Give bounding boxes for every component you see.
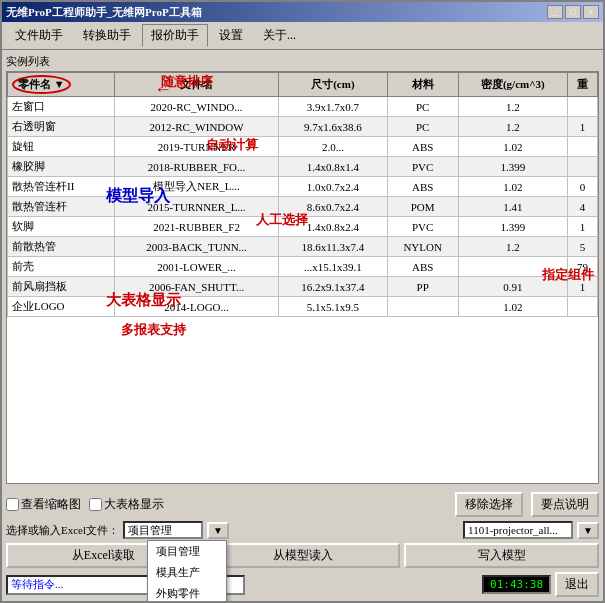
table-row[interactable]: 前壳2001-LOWER_......x15.1x39.1ABS79 [8, 257, 598, 277]
table-cell: PC [387, 97, 458, 117]
table-cell: 1.399 [458, 157, 567, 177]
table-cell: 右透明窗 [8, 117, 115, 137]
table-cell: 16.2x9.1x37.4 [279, 277, 387, 297]
menu-file-assistant[interactable]: 文件助手 [6, 24, 72, 47]
table-cell: ABS [387, 177, 458, 197]
table-cell: POM [387, 197, 458, 217]
large-table-checkbox[interactable] [89, 498, 102, 511]
table-cell: 前风扇挡板 [8, 277, 115, 297]
table-cell [567, 297, 597, 317]
table-row[interactable]: 散热管连杆2015-TURNNER_L...8.6x0.7x2.4POM1.41… [8, 197, 598, 217]
exit-button[interactable]: 退出 [555, 572, 599, 597]
table-cell: 2015-TURNNER_L... [114, 197, 278, 217]
table-row[interactable]: 左窗口2020-RC_WINDO...3.9x1.7x0.7PC1.2 [8, 97, 598, 117]
table-cell: 2021-RUBBER_F2 [114, 217, 278, 237]
menu-settings[interactable]: 设置 [210, 24, 252, 47]
table-row[interactable]: 旋钮2019-TURNNER2.0...ABS1.02 [8, 137, 598, 157]
table-cell: 1.2 [458, 237, 567, 257]
menu-about[interactable]: 关于... [254, 24, 305, 47]
excel-dropdown-container: ▼ 项目管理 模具生产 外购零件 [207, 522, 229, 539]
table-cell: 企业LOGO [8, 297, 115, 317]
window-title: 无维ProP工程师助手_无维网ProP工具箱 [6, 5, 202, 20]
table-row[interactable]: 软脚2021-RUBBER_F21.4x0.8x2.4PVC1.3991 [8, 217, 598, 237]
table-cell: 2003-BACK_TUNN... [114, 237, 278, 257]
model-file-input[interactable] [463, 521, 573, 539]
action-row: 从Excel读取 从模型读入 写入模型 [6, 543, 599, 568]
menu-bar: 文件助手 转换助手 报价助手 设置 关于... [2, 22, 603, 50]
dropdown-item-1[interactable]: 项目管理 [148, 541, 226, 562]
table-cell: 模型导入NER_L... [114, 177, 278, 197]
table-cell: 2.0... [279, 137, 387, 157]
table-cell: 1.4x0.8x2.4 [279, 217, 387, 237]
table-cell: 8.6x0.7x2.4 [279, 197, 387, 217]
table-cell [567, 137, 597, 157]
table-cell: NYLON [387, 237, 458, 257]
table-cell: 0 [567, 177, 597, 197]
parts-table-container[interactable]: 零件名 ▼ 文件名 尺寸(cm) 材料 密度(g/cm^3) 重 左窗口2020… [6, 71, 599, 484]
minimize-button[interactable]: _ [547, 5, 563, 19]
table-row[interactable]: 前散热管2003-BACK_TUNN...18.6x11.3x7.4NYLON1… [8, 237, 598, 257]
menu-convert-assistant[interactable]: 转换助手 [74, 24, 140, 47]
table-row[interactable]: 右透明窗2012-RC_WINDOW9.7x1.6x38.6PC1.21 [8, 117, 598, 137]
table-cell: 前散热管 [8, 237, 115, 257]
model-file-dropdown-button[interactable]: ▼ [577, 522, 599, 539]
large-table-checkbox-group: 大表格显示 [89, 496, 164, 513]
table-cell: 左窗口 [8, 97, 115, 117]
excel-dropdown-button[interactable]: ▼ [207, 522, 229, 539]
table-cell: 1.2 [458, 97, 567, 117]
dropdown-item-2[interactable]: 模具生产 [148, 562, 226, 583]
table-row[interactable]: 橡胶脚2018-RUBBER_FO...1.4x0.8x1.4PVC1.399 [8, 157, 598, 177]
write-model-button[interactable]: 写入模型 [404, 543, 599, 568]
table-cell: 1.02 [458, 297, 567, 317]
table-cell: 1.2 [458, 117, 567, 137]
table-cell: 3.9x1.7x0.7 [279, 97, 387, 117]
col-header-density: 密度(g/cm^3) [458, 73, 567, 97]
thumbnail-label: 查看缩略图 [21, 496, 81, 513]
table-cell: 前壳 [8, 257, 115, 277]
table-cell: 2020-RC_WINDO... [114, 97, 278, 117]
table-cell: 2018-RUBBER_FO... [114, 157, 278, 177]
col-header-filename: 文件名 [114, 73, 278, 97]
col-header-size: 尺寸(cm) [279, 73, 387, 97]
table-row[interactable]: 散热管连杆II模型导入NER_L...1.0x0.7x2.4ABS1.020 [8, 177, 598, 197]
close-button[interactable]: × [583, 5, 599, 19]
main-window: 无维ProP工程师助手_无维网ProP工具箱 _ □ × 文件助手 转换助手 报… [0, 0, 605, 603]
thumbnail-checkbox-group: 查看缩略图 [6, 496, 81, 513]
section-label: 实例列表 [6, 54, 599, 69]
parts-table: 零件名 ▼ 文件名 尺寸(cm) 材料 密度(g/cm^3) 重 左窗口2020… [7, 72, 598, 317]
table-cell: 2006-FAN_SHUTT... [114, 277, 278, 297]
table-cell: 5.1x5.1x9.5 [279, 297, 387, 317]
excel-input-field[interactable] [123, 521, 203, 539]
table-cell: 1.02 [458, 177, 567, 197]
maximize-button[interactable]: □ [565, 5, 581, 19]
table-row[interactable]: 前风扇挡板2006-FAN_SHUTT...16.2x9.1x37.4PP0.9… [8, 277, 598, 297]
table-cell: 2019-TURNNER [114, 137, 278, 157]
remove-selection-button[interactable]: 移除选择 [455, 492, 523, 517]
table-row[interactable]: 企业LOGO2014-LOGO...5.1x5.1x9.51.02 [8, 297, 598, 317]
window-controls: _ □ × [547, 5, 599, 19]
table-cell: 橡胶脚 [8, 157, 115, 177]
table-cell: 18.6x11.3x7.4 [279, 237, 387, 257]
table-cell: 2001-LOWER_... [114, 257, 278, 277]
main-content: 实例列表 零件名 ▼ 文件名 尺寸(cm) 材料 密度(g/cm^3) [2, 50, 603, 601]
table-cell: 1.399 [458, 217, 567, 237]
table-cell [458, 257, 567, 277]
notes-button[interactable]: 要点说明 [531, 492, 599, 517]
thumbnail-checkbox[interactable] [6, 498, 19, 511]
table-cell: 散热管连杆II [8, 177, 115, 197]
table-cell: 软脚 [8, 217, 115, 237]
read-model-button[interactable]: 从模型读入 [205, 543, 400, 568]
table-cell: PVC [387, 217, 458, 237]
col-header-weight: 重 [567, 73, 597, 97]
menu-quote-assistant[interactable]: 报价助手 [142, 24, 208, 47]
col-header-material: 材料 [387, 73, 458, 97]
dropdown-item-3[interactable]: 外购零件 [148, 583, 226, 602]
table-cell: 0.91 [458, 277, 567, 297]
table-cell: ABS [387, 257, 458, 277]
table-cell: 9.7x1.6x38.6 [279, 117, 387, 137]
table-cell: 1 [567, 277, 597, 297]
table-cell: 散热管连杆 [8, 197, 115, 217]
table-cell: PVC [387, 157, 458, 177]
table-cell: 1.0x0.7x2.4 [279, 177, 387, 197]
table-cell: ...x15.1x39.1 [279, 257, 387, 277]
